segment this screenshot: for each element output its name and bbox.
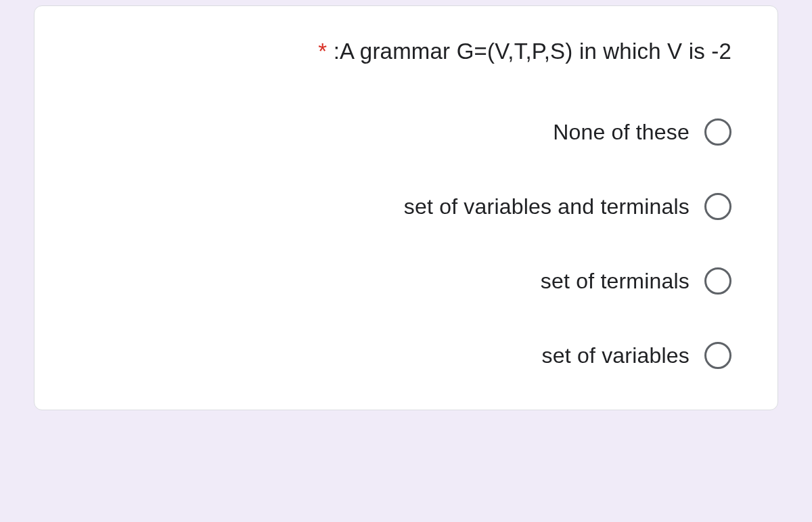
option-row[interactable]: set of variables and terminals <box>75 193 731 220</box>
question-title: * :A grammar G=(V,T,P,S) in which V is -… <box>75 39 737 64</box>
question-card: * :A grammar G=(V,T,P,S) in which V is -… <box>34 5 778 410</box>
option-row[interactable]: set of variables <box>75 342 731 369</box>
option-label: set of variables and terminals <box>404 194 690 219</box>
option-label: None of these <box>553 120 690 145</box>
options-group: None of these set of variables and termi… <box>75 118 737 369</box>
radio-icon[interactable] <box>704 267 731 295</box>
option-row[interactable]: None of these <box>75 118 731 146</box>
required-marker: * <box>318 39 327 64</box>
radio-icon[interactable] <box>704 342 731 369</box>
radio-icon[interactable] <box>704 193 731 220</box>
option-label: set of variables <box>542 343 690 368</box>
option-label: set of terminals <box>541 269 690 294</box>
question-text: :A grammar G=(V,T,P,S) in which V is -2 <box>334 39 731 64</box>
option-row[interactable]: set of terminals <box>75 267 731 295</box>
radio-icon[interactable] <box>704 118 731 146</box>
